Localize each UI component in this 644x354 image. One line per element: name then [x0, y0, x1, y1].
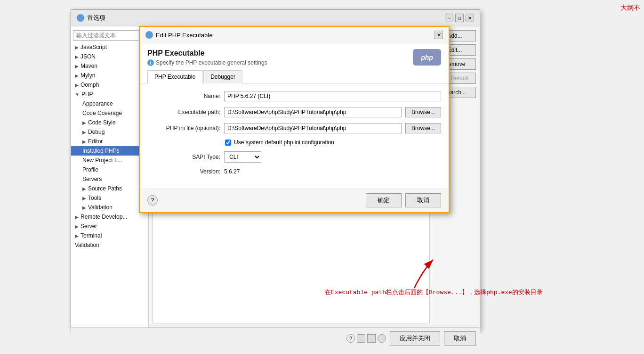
modal-footer-right: 确定 取消 — [366, 193, 441, 207]
prefs-titlebar: 首选项 ─ □ ✕ — [71, 10, 480, 26]
prefs-window-title: 首选项 — [87, 14, 105, 22]
top-right-label: 大纲不 — [620, 4, 640, 12]
sidebar-item-installed-phps[interactable]: Installed PHPs — [71, 146, 148, 156]
sidebar-label: Code Style — [88, 119, 116, 126]
sidebar-item-remote-develop[interactable]: ▶ Remote Develop... — [71, 212, 148, 222]
sidebar-item-json[interactable]: ▶ JSON — [71, 52, 148, 61]
sidebar-item-code-coverage[interactable]: Code Coverage — [71, 108, 148, 118]
sidebar-item-servers[interactable]: Servers — [71, 174, 148, 184]
arrow-icon: ▶ — [82, 196, 86, 201]
sidebar-label: Terminal — [80, 232, 102, 239]
modal-cancel-button[interactable]: 取消 — [405, 193, 441, 207]
tab-debugger[interactable]: Debugger — [203, 70, 242, 83]
sidebar-label: Validation — [75, 242, 99, 248]
checkbox-row: Use system default php.ini configuration — [225, 139, 441, 146]
sidebar-item-editor[interactable]: ▶ Editor — [71, 137, 148, 146]
ini-file-label: PHP ini file (optional): — [147, 125, 220, 132]
import-icon[interactable] — [357, 334, 365, 343]
name-input[interactable] — [224, 91, 441, 101]
cancel-button[interactable]: 取消 — [444, 331, 476, 346]
sidebar-item-php[interactable]: ▼ PHP — [71, 90, 148, 99]
sidebar-item-source-paths[interactable]: ▶ Source Paths — [71, 184, 148, 193]
modal-form: Name: Executable path: Browse... PHP ini… — [140, 83, 449, 188]
sidebar-label: Oomph — [80, 82, 99, 88]
sidebar-label: PHP — [81, 91, 93, 98]
arrow-icon: ▶ — [75, 73, 79, 78]
prefs-bottom: ? 应用并关闭 取消 — [71, 327, 480, 349]
sidebar-label: Profile — [82, 166, 98, 173]
checkbox-label: Use system default php.ini configuration — [234, 139, 334, 146]
sidebar-label: Installed PHPs — [82, 148, 120, 154]
apply-close-button[interactable]: 应用并关闭 — [390, 331, 440, 346]
arrow-icon: ▼ — [75, 92, 80, 97]
prefs-sidebar: ▶ JavaScript ▶ JSON ▶ Maven ▶ Mylyn ▶ Oo… — [71, 26, 149, 327]
sidebar-label: New Project L... — [82, 157, 122, 164]
help-icon[interactable]: ? — [346, 334, 355, 343]
tab-php-executable[interactable]: PHP Executable — [147, 70, 202, 83]
exec-path-input[interactable] — [224, 107, 402, 117]
sidebar-label: Servers — [82, 176, 102, 182]
filter-input[interactable] — [73, 30, 146, 41]
close-button[interactable]: ✕ — [466, 14, 474, 22]
arrow-icon: ▶ — [75, 64, 79, 69]
sidebar-item-validation[interactable]: ▶ Validation — [71, 203, 148, 212]
arrow-icon: ▶ — [82, 130, 86, 135]
arrow-icon: ▶ — [75, 233, 79, 239]
sidebar-item-javascript[interactable]: ▶ JavaScript — [71, 42, 148, 52]
use-system-default-checkbox[interactable] — [225, 140, 231, 146]
ini-file-row: PHP ini file (optional): Browse... — [147, 123, 441, 133]
sidebar-label: JSON — [80, 53, 96, 60]
sidebar-label: Debug — [88, 129, 105, 135]
arrow-icon: ▶ — [75, 224, 79, 229]
modal-confirm-button[interactable]: 确定 — [366, 193, 402, 207]
sidebar-item-tools[interactable]: ▶ Tools — [71, 193, 148, 203]
arrow-icon: ▶ — [82, 139, 86, 144]
maximize-button[interactable]: □ — [455, 14, 464, 22]
modal-help-button[interactable]: ? — [147, 195, 158, 206]
sidebar-item-new-project[interactable]: New Project L... — [71, 156, 148, 165]
sidebar-item-terminal[interactable]: ▶ Terminal — [71, 231, 148, 240]
modal-close-button[interactable]: ✕ — [435, 31, 443, 39]
annotation-arrow — [386, 255, 443, 293]
modal-footer: ? 确定 取消 — [140, 188, 449, 212]
arrow-icon: ▶ — [75, 214, 79, 220]
modal-header: PHP Executable i Specify the PHP executa… — [140, 43, 449, 70]
modal-title: Edit PHP Executable — [156, 32, 212, 39]
export-icon[interactable] — [367, 334, 376, 343]
settings-icon[interactable] — [378, 334, 386, 343]
ini-browse-button[interactable]: Browse... — [405, 123, 441, 133]
sidebar-label: Server — [80, 223, 97, 230]
modal-titlebar: Edit PHP Executable ✕ — [140, 27, 449, 43]
sidebar-item-profile[interactable]: Profile — [71, 165, 148, 174]
sidebar-label: Tools — [88, 195, 101, 201]
exec-path-label: Executable path: — [147, 109, 220, 115]
sapi-row: SAPI Type: CLI CGI FastCGI — [147, 151, 441, 163]
sidebar-item-appearance[interactable]: Appearance — [71, 99, 148, 108]
sidebar-item-validation2[interactable]: Validation — [71, 240, 148, 250]
modal-title-left: Edit PHP Executable — [145, 31, 212, 39]
arrow-icon: ▶ — [82, 205, 86, 210]
info-icon: i — [147, 59, 154, 66]
arrow-icon: ▶ — [75, 54, 79, 59]
ini-file-input[interactable] — [224, 123, 402, 133]
modal-main-title: PHP Executable — [147, 49, 413, 58]
sidebar-item-code-style[interactable]: ▶ Code Style — [71, 118, 148, 127]
sidebar-item-server[interactable]: ▶ Server — [71, 222, 148, 231]
sidebar-label: Maven — [80, 63, 97, 69]
sidebar-label: Mylyn — [80, 72, 95, 79]
sidebar-label: Editor — [88, 138, 103, 145]
sapi-select[interactable]: CLI CGI FastCGI — [224, 151, 261, 163]
minimize-button[interactable]: ─ — [445, 14, 453, 22]
exec-browse-button[interactable]: Browse... — [405, 107, 441, 117]
sidebar-item-debug[interactable]: ▶ Debug — [71, 127, 148, 137]
exec-path-row: Executable path: Browse... — [147, 107, 441, 117]
sidebar-label: JavaScript — [80, 44, 107, 50]
modal-header-text: PHP Executable i Specify the PHP executa… — [147, 49, 413, 66]
version-label: Version: — [147, 168, 220, 175]
version-row: Version: 5.6.27 — [147, 168, 441, 175]
sidebar-item-oomph[interactable]: ▶ Oomph — [71, 80, 148, 90]
sidebar-label: Source Paths — [88, 185, 122, 192]
version-value: 5.6.27 — [224, 168, 240, 175]
sidebar-item-mylyn[interactable]: ▶ Mylyn — [71, 71, 148, 80]
sidebar-item-maven[interactable]: ▶ Maven — [71, 61, 148, 71]
